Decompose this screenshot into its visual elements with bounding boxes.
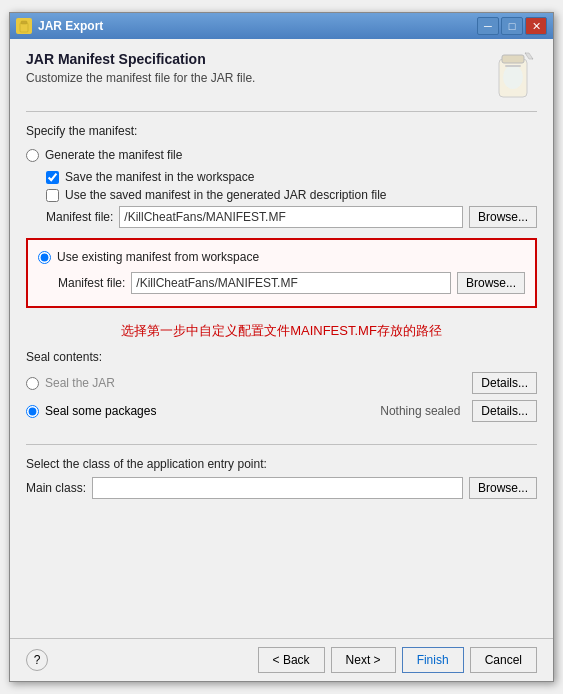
svg-rect-5 — [505, 65, 521, 67]
entry-section: Select the class of the application entr… — [26, 444, 537, 499]
jar-export-window: JAR Export ─ □ ✕ JAR Manifest Specificat… — [9, 12, 554, 682]
title-bar: JAR Export ─ □ ✕ — [10, 13, 553, 39]
cancel-button[interactable]: Cancel — [470, 647, 537, 673]
svg-rect-3 — [502, 55, 524, 63]
main-class-row: Main class: Browse... — [26, 477, 537, 499]
seal-packages-radio[interactable] — [26, 405, 39, 418]
use-existing-label: Use existing manifest from workspace — [57, 250, 259, 264]
svg-point-4 — [503, 65, 523, 89]
seal-section: Seal contents: Seal the JAR Details... S… — [26, 350, 537, 428]
manifest-file-label-1: Manifest file: — [46, 210, 113, 224]
generate-sub-options: Save the manifest in the workspace Use t… — [46, 170, 537, 232]
close-button[interactable]: ✕ — [525, 17, 547, 35]
entry-divider — [26, 444, 537, 445]
page-title: JAR Manifest Specification — [26, 51, 489, 67]
minimize-button[interactable]: ─ — [477, 17, 499, 35]
nothing-sealed-text: Nothing sealed — [380, 404, 460, 418]
seal-packages-details-btn[interactable]: Details... — [472, 400, 537, 422]
jar-image-icon — [489, 51, 537, 99]
footer-left: ? — [26, 649, 48, 671]
seal-jar-row: Seal the JAR Details... — [26, 372, 537, 394]
manifest-file-input-2[interactable] — [131, 272, 451, 294]
seal-jar-details-btn[interactable]: Details... — [472, 372, 537, 394]
manifest-browse-btn-1[interactable]: Browse... — [469, 206, 537, 228]
jar-title-icon — [16, 18, 32, 34]
window-title: JAR Export — [38, 19, 103, 33]
entry-label: Select the class of the application entr… — [26, 457, 537, 471]
finish-button[interactable]: Finish — [402, 647, 464, 673]
svg-marker-7 — [525, 53, 533, 59]
seal-jar-radio[interactable] — [26, 377, 39, 390]
seal-packages-label: Seal some packages — [45, 404, 156, 418]
footer-right: < Back Next > Finish Cancel — [258, 647, 537, 673]
seal-packages-row: Seal some packages Nothing sealed Detail… — [26, 400, 537, 422]
page-header: JAR Manifest Specification Customize the… — [26, 51, 537, 99]
svg-rect-1 — [21, 21, 27, 24]
manifest-section-label: Specify the manifest: — [26, 124, 537, 138]
maximize-button[interactable]: □ — [501, 17, 523, 35]
manifest-browse-btn-2[interactable]: Browse... — [457, 272, 525, 294]
generate-manifest-label: Generate the manifest file — [45, 148, 182, 162]
manifest-file-row-2: Manifest file: Browse... — [38, 272, 525, 294]
annotation-text: 选择第一步中自定义配置文件MAINFEST.MF存放的路径 — [26, 322, 537, 340]
header-divider — [26, 111, 537, 112]
seal-jar-left: Seal the JAR — [26, 376, 115, 390]
use-saved-manifest-checkbox-row: Use the saved manifest in the generated … — [46, 188, 537, 202]
seal-jar-label: Seal the JAR — [45, 376, 115, 390]
seal-packages-left: Seal some packages — [26, 404, 156, 418]
manifest-file-row-1: Manifest file: Browse... — [46, 206, 537, 228]
page-subtitle: Customize the manifest file for the JAR … — [26, 71, 489, 85]
title-bar-controls: ─ □ ✕ — [477, 17, 547, 35]
svg-rect-0 — [20, 23, 28, 32]
help-button[interactable]: ? — [26, 649, 48, 671]
footer: ? < Back Next > Finish Cancel — [10, 638, 553, 681]
content-area: JAR Manifest Specification Customize the… — [10, 39, 553, 638]
save-manifest-label: Save the manifest in the workspace — [65, 170, 254, 184]
back-button[interactable]: < Back — [258, 647, 325, 673]
use-existing-radio[interactable] — [38, 251, 51, 264]
use-existing-option: Use existing manifest from workspace — [38, 248, 525, 266]
generate-manifest-option: Generate the manifest file — [26, 146, 537, 164]
manifest-file-input-1[interactable] — [119, 206, 463, 228]
use-existing-section: Use existing manifest from workspace Man… — [26, 238, 537, 308]
main-class-browse-btn[interactable]: Browse... — [469, 477, 537, 499]
save-manifest-checkbox[interactable] — [46, 171, 59, 184]
seal-section-label: Seal contents: — [26, 350, 537, 364]
use-saved-manifest-checkbox[interactable] — [46, 189, 59, 202]
main-class-input[interactable] — [92, 477, 463, 499]
main-class-label: Main class: — [26, 481, 86, 495]
manifest-file-label-2: Manifest file: — [58, 276, 125, 290]
generate-manifest-radio[interactable] — [26, 149, 39, 162]
page-header-text: JAR Manifest Specification Customize the… — [26, 51, 489, 85]
use-saved-manifest-label: Use the saved manifest in the generated … — [65, 188, 387, 202]
save-manifest-checkbox-row: Save the manifest in the workspace — [46, 170, 537, 184]
title-bar-left: JAR Export — [16, 18, 103, 34]
next-button[interactable]: Next > — [331, 647, 396, 673]
